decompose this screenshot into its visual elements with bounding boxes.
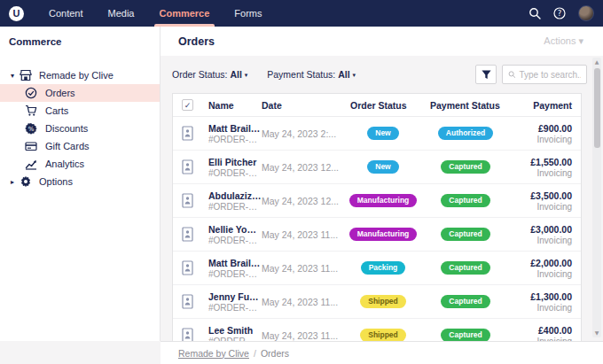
sidebar-item-store-root[interactable]: ▾ Remade by Clive (0, 66, 160, 84)
search-input[interactable] (519, 70, 581, 80)
order-amount: £3,000.00 (508, 224, 572, 235)
top-nav-media[interactable]: Media (96, 0, 147, 27)
order-status-badge: Packing (361, 261, 406, 275)
order-status-filter[interactable]: Order Status: All ▾ (172, 69, 247, 80)
payment-status-badge: Captured (441, 329, 489, 341)
payment-status-badge: Captured (441, 228, 489, 241)
order-payment-method: Invoicing (508, 168, 572, 178)
order-status-badge: New (367, 127, 398, 140)
umbraco-logo-icon[interactable]: U (9, 6, 24, 21)
orders-search (502, 65, 587, 84)
user-avatar[interactable] (578, 5, 594, 21)
store-icon (20, 69, 32, 81)
scroll-up-arrow[interactable]: ▲ (592, 58, 601, 66)
actions-button[interactable]: Actions ▾ (544, 35, 583, 47)
table-row[interactable]: Lee Smith #ORDER-01239-38120-5NDK4 May 2… (173, 319, 581, 341)
column-header-name[interactable]: Name (208, 100, 262, 111)
sidebar: Commerce ▾ Remade by Clive Orders Carts (0, 27, 161, 341)
sidebar-item-options[interactable]: ▸ Options (0, 173, 160, 190)
payment-status-badge: Captured (441, 194, 489, 207)
sidebar-item-carts[interactable]: Carts (0, 102, 160, 120)
cart-icon (25, 105, 37, 117)
receipt-icon (182, 294, 193, 309)
order-date: May 24, 2023 2:... (262, 128, 343, 139)
funnel-icon (482, 70, 491, 80)
column-header-order-status[interactable]: Order Status (343, 100, 423, 111)
payment-status-filter-value: All (338, 69, 349, 80)
search-icon (508, 70, 515, 79)
order-payment-method: Invoicing (508, 135, 572, 144)
order-number: #ORDER-01239-38836-4RT66 (208, 303, 262, 313)
receipt-icon (182, 227, 193, 242)
breadcrumb-current: Orders (261, 348, 289, 359)
receipt-icon (182, 328, 193, 341)
sidebar-item-label: Discounts (45, 123, 88, 134)
sidebar-item-analytics[interactable]: Analytics (0, 155, 160, 173)
orders-table: ✓ Name Date Order Status Payment Status … (172, 93, 582, 341)
top-nav-content[interactable]: Content (36, 0, 96, 27)
chevron-down-icon[interactable]: ▾ (5, 72, 20, 80)
search-icon[interactable] (529, 7, 541, 19)
table-row[interactable]: Abdulaziz Al Otaibi #ORDER-01239-40207-Y… (173, 184, 581, 218)
order-customer-name[interactable]: Elli Pitcher (208, 157, 262, 167)
column-header-payment-status[interactable]: Payment Status (423, 100, 508, 111)
receipt-icon (182, 126, 193, 141)
payment-status-badge: Authorized (438, 127, 493, 140)
chevron-down-icon: ▾ (245, 72, 248, 79)
order-number: #ORDER-01239-40207-YNN8G (208, 202, 262, 212)
scroll-down-arrow[interactable]: ▼ (592, 329, 601, 337)
sidebar-item-label: Options (39, 176, 73, 187)
sidebar-item-label: Orders (45, 88, 75, 98)
order-date: May 24, 2023 12... (262, 162, 343, 173)
order-customer-name[interactable]: Jenny Furbanks (208, 291, 262, 302)
sidebar-item-label: Gift Cards (45, 141, 90, 151)
column-header-date[interactable]: Date (262, 100, 343, 111)
order-payment-method: Invoicing (508, 269, 572, 279)
payment-status-filter-label: Payment Status: (267, 69, 335, 80)
top-nav-forms[interactable]: Forms (222, 0, 274, 27)
table-row[interactable]: Matt Brailsford #ORDER-01239-39042-4LZBK… (173, 252, 581, 285)
order-amount: £1,300.00 (508, 291, 572, 302)
chevron-right-icon[interactable]: ▸ (5, 178, 20, 186)
column-header-payment[interactable]: Payment (508, 100, 572, 111)
filter-toggle-button[interactable] (475, 65, 497, 84)
order-status-badge: Manufacturing (349, 194, 418, 207)
sidebar-item-discounts[interactable]: % Discounts (0, 120, 160, 137)
orders-icon (25, 87, 37, 99)
sidebar-item-gift-cards[interactable]: Gift Cards (0, 137, 160, 155)
order-number: #ORDER-01239-39079-8DRYN (208, 236, 262, 245)
receipt-icon (182, 159, 193, 174)
vertical-scrollbar[interactable]: ▲ ▼ (592, 58, 601, 337)
order-status-badge: Shipped (360, 295, 406, 308)
main-body: Order Status: All ▾ Payment Status: All … (161, 56, 603, 341)
main-panel: Orders Actions ▾ Order Status: All ▾ Pay… (161, 27, 603, 341)
svg-text:%: % (28, 126, 35, 133)
order-customer-name[interactable]: Matt Brailsford (208, 258, 262, 268)
order-amount: £3,500.00 (508, 190, 572, 201)
order-payment-method: Invoicing (508, 303, 572, 313)
top-nav-commerce[interactable]: Commerce (147, 0, 223, 27)
page-title: Orders (178, 35, 215, 48)
receipt-icon (182, 193, 193, 208)
sidebar-item-orders[interactable]: Orders (0, 84, 160, 102)
sidebar-section-title: Commerce (0, 36, 160, 47)
payment-status-badge: Captured (441, 160, 489, 174)
order-amount: £2,000.00 (508, 258, 572, 268)
order-customer-name[interactable]: Abdulaziz Al Otaibi (208, 190, 262, 201)
order-payment-method: Invoicing (508, 202, 572, 212)
table-row[interactable]: Elli Pitcher #ORDER-01239-40339-7SH73 Ma… (173, 151, 581, 184)
table-row[interactable]: Jenny Furbanks #ORDER-01239-38836-4RT66 … (173, 285, 581, 319)
select-all-checkbox[interactable]: ✓ (182, 99, 193, 111)
order-customer-name[interactable]: Nellie Young (208, 224, 262, 235)
order-customer-name[interactable]: Matt Brailsford (208, 123, 262, 134)
help-icon[interactable]: ? (553, 7, 566, 19)
order-customer-name[interactable]: Lee Smith (208, 325, 262, 336)
breadcrumb-store-link[interactable]: Remade by Clive (178, 348, 249, 359)
table-row[interactable]: Nellie Young #ORDER-01239-39079-8DRYN Ma… (173, 218, 581, 252)
scrollbar-thumb[interactable] (594, 68, 600, 148)
order-number: #ORDER-01239-40339-7SH73 (208, 168, 262, 178)
order-number: #ORDER-01240-50201-8LDRM (208, 135, 262, 144)
table-row[interactable]: Matt Brailsford #ORDER-01240-50201-8LDRM… (173, 117, 581, 151)
order-date: May 24, 2023 11... (262, 263, 343, 274)
payment-status-filter[interactable]: Payment Status: All ▾ (267, 69, 356, 80)
